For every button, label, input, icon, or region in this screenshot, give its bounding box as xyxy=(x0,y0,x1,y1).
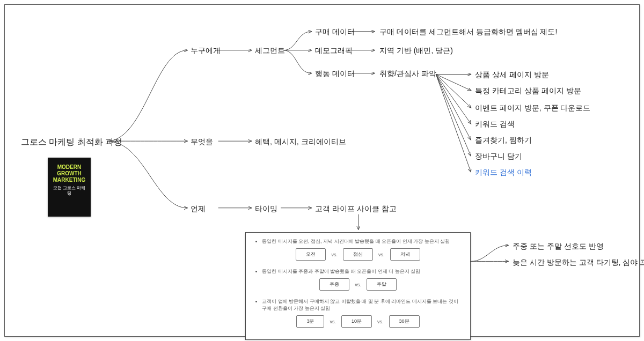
exp3-opt-1: 10분 xyxy=(341,315,372,328)
branch-when: 언제 xyxy=(191,204,206,213)
exp2-desc: 동일한 메시지를 주중과 주말에 발송했을 때 오픈율이 언제 더 높은지 실험 xyxy=(262,268,463,275)
note-purchase: 구매 데이터를 세그먼트해서 등급화하면 멤버십 제도! xyxy=(379,27,557,36)
exp3-opt-2: 30분 xyxy=(389,315,420,328)
behavior-ex-5: 장바구니 담기 xyxy=(475,152,522,161)
exp3-desc: 고객이 앱에 방문해서 구매하지 않고 이탈했을 때 몇 분 후에 리마인드 메… xyxy=(262,298,463,312)
note-lifecycle: 고객 라이프 사이클 참고 xyxy=(315,204,397,213)
diagram-canvas: 그로스 마케팅 최적화 과정 MODERN GROWTH MARKETING 모… xyxy=(4,4,640,337)
exp2-opt-0: 주중 xyxy=(319,278,349,291)
behavior-ex-2: 이벤트 페이지 방문, 쿠폰 다운로드 xyxy=(475,103,590,113)
vs-label: vs. xyxy=(355,282,361,287)
node-segment: 세그먼트 xyxy=(255,46,285,55)
exp1-opt-1: 점심 xyxy=(343,248,373,261)
node-demographic: 데모그래픽 xyxy=(315,46,353,55)
vs-label: vs. xyxy=(377,319,384,324)
node-behavior-data: 행동 데이터 xyxy=(315,69,355,78)
exp1-desc: 동일한 메시지를 오전, 점심, 저녁 시간대에 발송했을 때 오픈율이 언제 … xyxy=(262,238,463,245)
exp1-opt-2: 저녁 xyxy=(390,248,420,261)
behavior-ex-0: 상품 상세 페이지 방문 xyxy=(475,70,549,79)
node-purchase-data: 구매 데이터 xyxy=(315,27,355,36)
branch-what: 무엇을 xyxy=(191,137,213,146)
vs-label: vs. xyxy=(378,252,385,257)
behavior-ex-4: 즐겨찾기, 찜하기 xyxy=(475,136,532,145)
behavior-ex-6: 키워드 검색 이력 xyxy=(475,168,532,177)
behavior-ex-3: 키워드 검색 xyxy=(475,120,515,129)
note-demo: 지역 기반 (배민, 당근) xyxy=(379,46,453,55)
root-node: 그로스 마케팅 최적화 과정 xyxy=(21,137,122,147)
behavior-ex-1: 특정 카테고리 상품 페이지 방문 xyxy=(475,86,581,95)
exp2-opt-1: 주말 xyxy=(367,278,397,291)
exp3-opt-0: 3분 xyxy=(296,315,324,328)
vs-label: vs. xyxy=(331,252,338,257)
book-title-1: MODERN xyxy=(51,164,87,171)
experiment-panel: 동일한 메시지를 오전, 점심, 저녁 시간대에 발송했을 때 오픈율이 언제 … xyxy=(245,232,471,340)
vs-label: vs. xyxy=(330,319,336,324)
book-title-3: MARKETING xyxy=(51,177,87,183)
side-note-0: 주중 또는 주말 선호도 반영 xyxy=(513,242,604,251)
book-title-2: GROWTH xyxy=(51,171,87,177)
book-cover: MODERN GROWTH MARKETING 모던 그로스 마케팅 xyxy=(48,158,91,217)
node-what-child: 혜택, 메시지, 크리에이티브 xyxy=(255,137,346,146)
node-timing: 타이밍 xyxy=(255,204,277,213)
book-subtitle: 모던 그로스 마케팅 xyxy=(51,186,87,196)
note-behavior: 취향/관심사 파악 xyxy=(379,69,436,78)
exp1-opt-0: 오전 xyxy=(296,248,326,261)
branch-who: 누구에게 xyxy=(191,46,221,55)
side-note-1: 늦은 시간 방문하는 고객 타기팅, 심야 프로모션 등 xyxy=(513,258,644,267)
